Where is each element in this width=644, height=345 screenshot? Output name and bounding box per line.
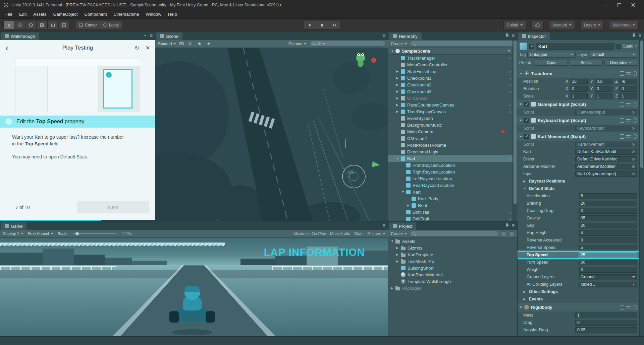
x-value-field[interactable]: 0 — [570, 86, 588, 92]
gizmos-dropdown[interactable]: Gizmos — [367, 231, 385, 236]
hierarchy-row[interactable]: Directional Light › ≡ — [388, 148, 513, 155]
lock-icon[interactable] — [506, 224, 508, 226]
object-picker-icon[interactable]: ⊙ — [632, 164, 635, 168]
gear-icon[interactable] — [633, 71, 637, 76]
expander-arrow-icon[interactable]: ▼ — [401, 190, 406, 194]
menu-item[interactable]: Assets — [30, 10, 50, 18]
maximize-button[interactable] — [617, 3, 621, 7]
tab-walkthrough[interactable]: Walkthrough — [1, 32, 39, 40]
tab-game[interactable]: Game — [1, 222, 26, 230]
collab-button[interactable]: Collab — [503, 21, 526, 29]
effects-dropdown[interactable] — [206, 41, 212, 47]
hierarchy-row[interactable]: Kart_Body › ≡ — [388, 195, 513, 202]
expander-arrow-icon[interactable]: ▶ — [396, 110, 401, 113]
value-field[interactable]: 5 — [579, 245, 637, 251]
value-field[interactable]: 0 — [575, 320, 637, 326]
lock-icon[interactable] — [506, 34, 508, 37]
gear-icon[interactable] — [633, 305, 637, 309]
menu-item[interactable]: Help — [165, 10, 180, 18]
project-row[interactable]: ▶ Gizmos — [388, 245, 513, 251]
lighting-toggle[interactable] — [187, 41, 194, 47]
tab-hierarchy[interactable]: Hierarchy — [389, 32, 422, 40]
panel-menu-icon[interactable]: ≡ — [639, 33, 641, 38]
object-field[interactable]: Kart (KeyboardInput)⊙ — [575, 171, 637, 177]
value-field[interactable]: 1 — [575, 313, 637, 318]
hierarchy-row[interactable]: MetaGameController › ≡ — [388, 61, 513, 68]
object-picker-icon[interactable]: ⊙ — [632, 172, 635, 176]
object-field[interactable]: KeyboardInput⊙ — [575, 126, 637, 131]
presets-icon[interactable] — [626, 305, 631, 309]
expander-arrow-icon[interactable]: ▶ — [396, 96, 401, 100]
active-checkbox[interactable]: ✓ — [529, 44, 534, 49]
expander-arrow-icon[interactable]: ▶ — [396, 90, 401, 93]
hierarchy-row[interactable]: RightRaycastLocation › ≡ — [388, 168, 513, 175]
component-header[interactable]: ✓ Kart Movement (Script) — [517, 132, 639, 141]
expander-arrow-icon[interactable]: ▼ — [396, 157, 401, 160]
component-header[interactable]: Rigidbody — [517, 303, 639, 312]
help-icon[interactable] — [620, 118, 624, 123]
hierarchy-row[interactable]: CM vcam1 › ≡ — [388, 135, 513, 142]
hand-tool-button[interactable] — [3, 21, 14, 29]
expander-arrow-icon[interactable]: ▶ — [396, 103, 401, 107]
expander-arrow-icon[interactable]: ▼ — [391, 50, 395, 53]
component-enabled-checkbox[interactable]: ✓ — [524, 102, 529, 107]
component-enabled-checkbox[interactable]: ✓ — [524, 134, 529, 139]
object-picker-icon[interactable]: ⊙ — [632, 150, 635, 154]
hierarchy-row[interactable]: ▼ Kart › ≡ — [388, 189, 513, 195]
scale-tool-button[interactable] — [37, 21, 48, 29]
prefab-overrides-button[interactable]: Overrides — [604, 60, 637, 66]
panel-menu-icon[interactable]: ≡ — [512, 33, 515, 38]
z-value-field[interactable]: 1 — [620, 93, 637, 99]
close-tutorial-icon[interactable]: × — [146, 44, 150, 52]
project-row[interactable]: ▼ Assets — [388, 238, 513, 245]
gear-icon[interactable] — [633, 102, 637, 107]
foldout-arrow-icon[interactable]: ▶ — [523, 290, 527, 293]
scale-slider[interactable] — [73, 233, 116, 234]
z-value-field[interactable]: 0 — [620, 86, 637, 92]
hierarchy-row[interactable]: BackgroundMusic › ≡ — [388, 122, 513, 128]
object-picker-icon[interactable]: ⊙ — [632, 142, 635, 146]
foldout-arrow-icon[interactable] — [520, 136, 522, 137]
object-field[interactable]: DefaultKartKartModif⊙ — [575, 149, 637, 155]
presets-icon[interactable] — [626, 118, 631, 123]
menu-item[interactable]: GameObject — [50, 10, 81, 18]
prefab-chevron-icon[interactable]: › — [509, 76, 511, 81]
lock-icon[interactable] — [633, 34, 635, 37]
component-header[interactable]: ✓ Gamepad Input (Script) — [517, 100, 639, 109]
foldout-arrow-icon[interactable]: ▶ — [523, 180, 527, 183]
foldout-arrow-icon[interactable] — [520, 120, 522, 121]
object-field[interactable]: GamepadInput⊙ — [575, 110, 637, 115]
foldout-arrow-icon[interactable] — [520, 104, 522, 105]
expander-arrow-icon[interactable]: ▶ — [396, 253, 401, 256]
prefab-chevron-icon[interactable]: › — [509, 156, 511, 161]
value-field[interactable]: 3 — [579, 267, 637, 273]
stats-toggle[interactable]: Stats — [354, 231, 363, 236]
prefab-select-button[interactable]: Select — [570, 60, 602, 66]
hierarchy-row[interactable]: ▶ Checkpoint1 › ≡ — [388, 75, 513, 81]
help-icon[interactable] — [620, 305, 624, 309]
space-toggle-button[interactable]: Local — [100, 21, 122, 29]
panel-menu-icon[interactable]: ≡ — [383, 33, 385, 38]
value-field[interactable]: 25 — [579, 252, 637, 258]
hierarchy-row[interactable]: ▶ UI Canvas › ≡ — [388, 95, 513, 101]
layers-dropdown[interactable]: Layers — [580, 21, 604, 29]
hierarchy-row[interactable]: LeftRaycastLocation › ≡ — [388, 175, 513, 182]
object-field[interactable]: KartMovement⊙ — [575, 142, 637, 147]
hierarchy-row[interactable]: RearRaycastLocation › ≡ — [388, 182, 513, 189]
inspector-scrollbar[interactable] — [639, 40, 644, 336]
draw-mode-dropdown[interactable]: Shaded — [158, 42, 176, 46]
component-header[interactable]: Transform — [517, 69, 639, 78]
expander-arrow-icon[interactable]: ▼ — [391, 239, 395, 243]
value-field[interactable]: 0.05 — [575, 327, 637, 333]
hierarchy-row[interactable]: TrackManager › ≡ — [388, 55, 513, 61]
panel-menu-icon[interactable]: ≡ — [512, 223, 515, 228]
help-icon[interactable] — [620, 71, 624, 76]
rotate-tool-button[interactable] — [25, 21, 37, 29]
hierarchy-row[interactable]: ▶ StartFinishLine › ≡ — [388, 68, 513, 75]
object-field[interactable]: DefaultDriverKartMoc⊙ — [575, 156, 637, 162]
hierarchy-row[interactable]: ▶ Checkpoint3 › ≡ — [388, 88, 513, 95]
prefab-chevron-icon[interactable]: › — [509, 69, 511, 74]
2d-toggle[interactable]: 2D — [179, 42, 184, 46]
scene-search-input[interactable]: All — [309, 41, 385, 47]
hierarchy-row[interactable]: ▼ SampleScene › ≡ — [388, 48, 513, 55]
